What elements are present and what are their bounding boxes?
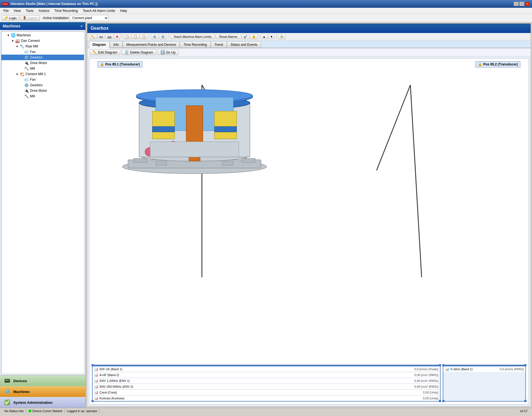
meas-label-left[interactable]: 🔒 Pos 85.1 (Transducer) (98, 61, 142, 67)
tree-item-gearbox-1[interactable]: ⚙️ Gearbox (1, 55, 84, 60)
window-controls[interactable]: ─ □ ✕ (514, 2, 530, 6)
sidebar-header: Machines « (0, 22, 85, 30)
main-container: Machines « ▼ 🌐 Machines ▼ 🏭 Dan Cement (0, 22, 532, 408)
row-value-ahf: 0,00 [m/s² (RMS)] (405, 373, 438, 377)
expander-cement-mill-1[interactable]: ▼ (16, 73, 20, 76)
close-button[interactable]: ✕ (525, 2, 530, 6)
tree-item-raw-mill[interactable]: ▼ 🔧 Raw Mill (1, 44, 84, 49)
tree-item-fan-1[interactable]: 💨 Fan (1, 49, 84, 55)
sidebar-title: Machines (3, 24, 21, 28)
tree-label-dan-cement: Dan Cement (21, 39, 40, 43)
tab-status-events[interactable]: Status and Events (227, 41, 261, 48)
menu-view[interactable]: View (11, 8, 23, 13)
login-button[interactable]: 🔑 Login (2, 15, 19, 21)
row-label-kurtosis: Kurtosis (Kurtosis) (99, 397, 405, 400)
menu-actions[interactable]: Actions (36, 8, 52, 13)
tab-measurement-points[interactable]: Measurement Points and Devices (123, 41, 180, 48)
device-status-dot (29, 410, 31, 412)
delete-button[interactable]: ✖ (114, 34, 120, 39)
arrow-down-button[interactable]: ▼ (268, 34, 275, 39)
go-up-icon: ⬆️ (160, 50, 165, 54)
data-row-crest: 📊 Crest (Crest) 0,00 [Unity] (93, 390, 440, 395)
expander-raw-mill[interactable]: ▼ (16, 45, 20, 48)
teach-alarms-label: Teach Machine Alarm Limits (173, 35, 211, 38)
tree-item-gearbox-2[interactable]: ⚙️ Gearbox (1, 82, 84, 88)
tab-trend[interactable]: Trend (211, 41, 227, 48)
corner-br-r (524, 400, 526, 402)
teach-alarms-button[interactable]: Teach Machine Alarm Limits (170, 34, 215, 39)
expander-root[interactable]: ▼ (7, 34, 11, 37)
login-icon: 🔑 (4, 16, 8, 20)
content-area: Gearbox ✏️ aȷe aȷe ✖ 📋 📋 📋 ⚙️ ⚙️ Teach M… (87, 23, 531, 407)
status-info-segment: No Status Info (2, 409, 26, 413)
time-display: 14:17 (520, 409, 528, 413)
arrow-up-button[interactable]: ▲ (261, 34, 268, 39)
alarm-warn-button[interactable]: ⚠️ (250, 34, 258, 39)
row-label-env2: ENV 200-500Hz (ENV 2) (99, 385, 405, 388)
tree-label-raw-mill: Raw Mill (25, 44, 38, 48)
tree-item-cement-mill-1[interactable]: ▼ 🏗️ Cement Mill 1 (1, 71, 84, 77)
drive-motor-1-icon: 🔌 (24, 61, 29, 65)
edit-button[interactable]: ✏️ (89, 34, 97, 39)
nav-sysadmin[interactable]: ✅ System Administration (0, 397, 85, 408)
tree-label-machines-root: Machines (17, 33, 31, 37)
tree-item-machines-root[interactable]: ▼ 🌐 Machines (1, 32, 84, 38)
nav-devices[interactable]: 📟 Devices (0, 375, 85, 386)
tree-item-fan-2[interactable]: 💨 Fan (1, 77, 84, 82)
tab-diagram[interactable]: Diagram (89, 41, 109, 48)
go-up-button[interactable]: ⬆️ Go Up (157, 49, 179, 55)
nav-machines[interactable]: ⚙️ Machines (0, 386, 85, 397)
delete-diagram-label: Delete Diagram (130, 50, 153, 54)
tree-item-drive-motor-2[interactable]: 🔌 Drive Motor (1, 88, 84, 93)
copy2-button[interactable]: 📋 (132, 34, 139, 39)
delete-diagram-button[interactable]: 🗑️ Delete Diagram (121, 49, 156, 55)
meas-label-right[interactable]: 🔒 Pos 85.2 (Transducer) (475, 61, 520, 67)
settings1-button[interactable]: ⚙️ (151, 34, 158, 39)
settings2-button[interactable]: ⚙️ (159, 34, 167, 39)
tab-time-recording[interactable]: Time Recording (180, 41, 210, 48)
copy3-button[interactable]: 📋 (140, 34, 148, 39)
tree-item-drive-motor-1[interactable]: 🔌 Drive Motor (1, 60, 84, 66)
corner-tr (439, 364, 441, 366)
alarm-ok-button[interactable]: ✔️ (242, 34, 249, 39)
reset-alarms-button[interactable]: Reset Alarms (216, 34, 241, 39)
tree-label-cement-mill-1: Cement Mill 1 (25, 72, 46, 76)
installation-select[interactable]: Cement plant (70, 15, 109, 21)
tree-label-gearbox-2: Gearbox (30, 83, 43, 87)
menu-file[interactable]: File (1, 8, 11, 13)
title-bar: PCH Vibration Studio [Main ( Internal Da… (0, 0, 532, 8)
logout-label: Logout (28, 16, 37, 20)
alarm-edit-button[interactable]: aȷe (97, 34, 105, 39)
copy1-button[interactable]: 📋 (123, 34, 131, 39)
login-label: Login (9, 16, 17, 20)
tree-container: ▼ 🌐 Machines ▼ 🏭 Dan Cement ▼ 🔧 Raw Mill (1, 31, 84, 374)
star-button[interactable]: ✳️ (278, 34, 286, 39)
menu-teach-alarms[interactable]: Teach All Alarm Limits (81, 8, 117, 13)
edit-diagram-button[interactable]: ✏️ Edit Diagram (89, 49, 120, 55)
row-icon-v1khz: 📊 (445, 367, 449, 371)
sidebar: Machines « ▼ 🌐 Machines ▼ 🏭 Dan Cement (0, 22, 86, 408)
menu-help[interactable]: Help (118, 8, 129, 13)
logout-button[interactable]: 🚪 Logout (20, 15, 40, 21)
sidebar-collapse-button[interactable]: « (81, 24, 83, 28)
edit-diagram-icon: ✏️ (93, 50, 97, 54)
lock-icon-left: 🔒 (100, 62, 104, 66)
content-toolbar: ✏️ aȷe aȷe ✖ 📋 📋 📋 ⚙️ ⚙️ Teach Machine A… (87, 33, 531, 40)
svg-rect-14 (152, 126, 175, 132)
menu-tools[interactable]: Tools (24, 8, 36, 13)
tree-item-mill-1[interactable]: 🔨 Mill (1, 66, 84, 71)
nav-devices-label: Devices (13, 379, 27, 383)
menu-time-recording[interactable]: Time Recording (52, 8, 80, 13)
svg-rect-12 (152, 111, 175, 139)
svg-rect-13 (214, 111, 237, 139)
content-header: Gearbox (87, 24, 531, 33)
tree-item-mill-2[interactable]: 🔨 Mill (1, 93, 84, 99)
gearbox-1-icon: ⚙️ (24, 55, 29, 60)
expander-dan-cement[interactable]: ▼ (11, 39, 15, 42)
tab-info[interactable]: Info (110, 41, 122, 48)
alarm-edit2-button[interactable]: aȷe (106, 34, 113, 39)
tree-item-dan-cement[interactable]: ▼ 🏭 Dan Cement (1, 38, 84, 44)
minimize-button[interactable]: ─ (514, 2, 519, 6)
maximize-button[interactable]: □ (519, 2, 524, 6)
gearbox-illustration (111, 75, 278, 175)
